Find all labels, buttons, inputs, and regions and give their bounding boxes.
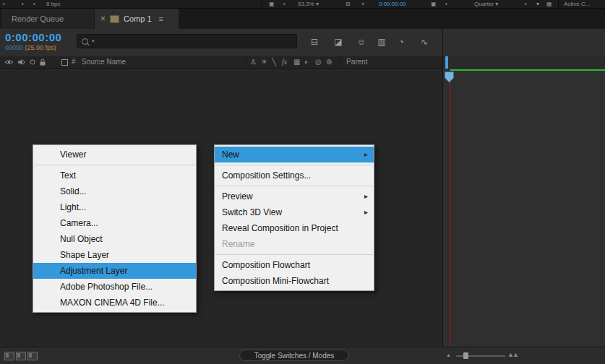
frame-blending-icon[interactable]: ▥ [374, 35, 390, 49]
menu-item-reveal-composition-in-project[interactable]: Reveal Composition in Project [215, 220, 374, 236]
chevron-down-icon[interactable]: ▾ [536, 0, 539, 8]
menu-item-shape-layer[interactable]: Shape Layer [33, 247, 196, 263]
shy-column-icon: ♙ [250, 56, 257, 68]
timeline-context-menu: New ▸ Composition Settings... Preview ▸ … [214, 144, 374, 291]
menu-item-composition-mini-flowchart[interactable]: Composition Mini-Flowchart [215, 273, 374, 289]
close-icon[interactable]: × [100, 14, 106, 23]
show-channel-icon[interactable]: ▪ [445, 0, 447, 8]
motion-blur-column-icon: ◐ [304, 56, 309, 68]
panel-menu-icon[interactable]: ≡ [159, 15, 163, 23]
toggle-switches-modes-button[interactable]: Toggle Switches / Modes [239, 350, 349, 361]
expand-in-out-panes-icon[interactable] [27, 352, 38, 360]
after-effects-timeline-panel: ▪ ▪ ▪ 8 bpc ▣ ▪ 53.3% ▾ ⊞ ⌖ 0:00:00:00 ▣… [0, 0, 605, 364]
camera-view-dropdown[interactable]: Active C... [564, 0, 590, 8]
toolbar-icon[interactable]: ▪ [3, 0, 5, 8]
source-name-column-header[interactable]: Source Name [82, 56, 126, 68]
menu-separator [215, 165, 373, 165]
lock-icon [39, 58, 46, 66]
expand-layer-switches-icon[interactable] [4, 352, 14, 360]
menu-item-camera[interactable]: Camera... [33, 215, 196, 231]
zoom-out-icon[interactable]: ▲ [446, 352, 451, 358]
color-depth-indicator[interactable]: 8 bpc [46, 0, 61, 8]
tab-comp-1[interactable]: × Comp 1 ≡ [95, 9, 179, 29]
menu-item-new[interactable]: New ▸ [215, 147, 374, 162]
column-divider [246, 58, 246, 66]
mini-flowchart-icon[interactable]: ⊟ [306, 35, 322, 49]
menu-separator [215, 254, 373, 255]
menu-item-adjustment-layer[interactable]: Adjustment Layer [33, 263, 196, 279]
layer-column-headers: # Source Name ♙ ☀ ╲ fx ▦ ◐ ◎ ⊛ Parent [0, 56, 442, 69]
search-input[interactable]: ▾ [77, 34, 297, 48]
effects-column-icon: fx [282, 56, 287, 68]
menu-item-maxon-cinema-4d-file[interactable]: MAXON CINEMA 4D File... [33, 295, 196, 311]
chevron-down-icon: ▾ [316, 1, 319, 7]
frame-blend-column-icon: ▦ [293, 56, 300, 68]
new-submenu: Viewer Text Solid... Light... Camera... … [33, 144, 197, 313]
panel-divider[interactable] [442, 29, 443, 347]
parent-column-header: Parent [346, 56, 367, 68]
transparency-grid-icon[interactable]: ▦ [546, 0, 552, 8]
menu-item-solid[interactable]: Solid... [33, 183, 196, 199]
zoom-slider-handle[interactable] [463, 352, 468, 359]
search-icon [82, 38, 88, 45]
menu-item-rename[interactable]: Rename [215, 236, 374, 252]
submenu-arrow-icon: ▸ [364, 188, 368, 204]
toolbar-icon[interactable]: ▣ [269, 0, 275, 8]
grid-guides-icon[interactable]: ⊞ [346, 0, 351, 8]
menu-separator [215, 186, 373, 186]
toolbar-divider [558, 0, 559, 8]
rendered-frames-bar [450, 69, 605, 71]
menu-item-adobe-photoshop-file[interactable]: Adobe Photoshop File... [33, 279, 196, 295]
viewer-toolbar-strip: ▪ ▪ ▪ 8 bpc ▣ ▪ 53.3% ▾ ⊞ ⌖ 0:00:00:00 ▣… [0, 0, 605, 9]
hide-shy-layers-icon[interactable]: ☺ [353, 35, 369, 49]
snapshot-icon[interactable]: ▣ [431, 0, 437, 8]
frame-counter: 00000 (25.00 fps) [5, 44, 56, 51]
pixel-aspect-icon[interactable]: ⌖ [361, 0, 365, 8]
tab-label: Render Queue [12, 14, 64, 23]
index-column-header: # [72, 56, 76, 68]
submenu-arrow-icon: ▸ [364, 147, 368, 162]
resolution-dropdown[interactable]: Quarter ▾ [474, 0, 498, 8]
menu-item-text[interactable]: Text [33, 168, 196, 183]
menu-item-preview[interactable]: Preview ▸ [215, 188, 374, 204]
current-time-indicator-line[interactable] [450, 69, 450, 347]
column-divider [340, 58, 340, 66]
quality-column-icon: ╲ [272, 56, 276, 68]
chevron-down-icon: ▾ [92, 38, 95, 44]
region-of-interest-icon[interactable]: ▪ [525, 0, 527, 8]
submenu-arrow-icon: ▸ [364, 204, 368, 220]
tab-label: Comp 1 [124, 9, 152, 29]
menu-separator [34, 165, 195, 165]
timeline-bottom-bar: Toggle Switches / Modes ▲ ▲▲ [0, 347, 605, 364]
menu-item-null-object[interactable]: Null Object [33, 231, 196, 247]
menu-item-viewer[interactable]: Viewer [33, 147, 196, 162]
toolbar-divider [262, 0, 262, 8]
ruler-lower-strip[interactable] [443, 56, 605, 69]
3d-layer-column-icon: ⊛ [326, 56, 332, 68]
motion-blur-icon[interactable]: ◔ [393, 35, 409, 49]
graph-editor-icon[interactable]: ∿ [416, 35, 432, 49]
panel-tab-bar: Render Queue × Comp 1 ≡ [0, 9, 605, 29]
label-column-icon [61, 59, 68, 66]
adjustment-layer-column-icon: ◎ [315, 56, 322, 68]
expand-transfer-controls-icon[interactable] [16, 352, 26, 360]
toolbar-icon[interactable]: ▪ [33, 0, 35, 8]
current-timecode[interactable]: 0:00:00:00 [5, 31, 61, 43]
track-area[interactable] [443, 69, 605, 347]
toolbar-icon[interactable]: ▪ [22, 0, 24, 8]
playhead-stem[interactable] [445, 56, 448, 69]
menu-item-composition-flowchart[interactable]: Composition Flowchart [215, 257, 374, 273]
viewer-timecode[interactable]: 0:00:00:00 [379, 0, 406, 8]
magnification-dropdown[interactable]: 53.3% ▾ [298, 0, 319, 8]
eye-icon [4, 58, 14, 66]
menu-item-light[interactable]: Light... [33, 199, 196, 215]
collapse-transformations-icon: ☀ [261, 56, 267, 68]
chevron-down-icon: ▾ [495, 1, 498, 7]
tab-render-queue[interactable]: Render Queue [1, 9, 94, 29]
toolbar-icon[interactable]: ▪ [283, 0, 286, 8]
zoom-in-icon[interactable]: ▲▲ [507, 351, 518, 358]
menu-item-composition-settings[interactable]: Composition Settings... [215, 168, 374, 183]
menu-item-switch-3d-view[interactable]: Switch 3D View ▸ [215, 204, 374, 220]
draft-3d-icon[interactable]: ◪ [330, 35, 346, 49]
audio-icon [17, 58, 26, 66]
